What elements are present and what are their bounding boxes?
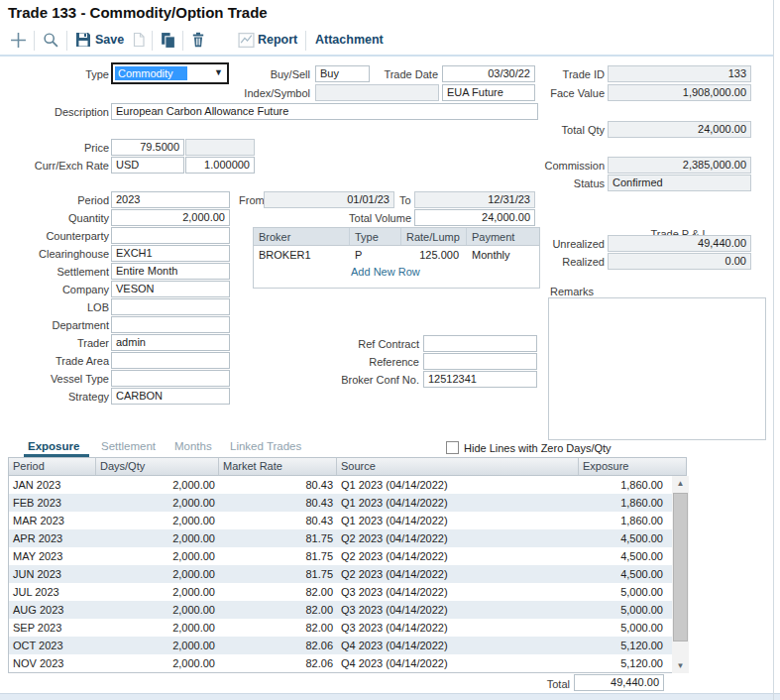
column-header[interactable]: Rate/Lump <box>401 228 467 245</box>
add-new-row-link[interactable]: Add New Row <box>351 266 420 278</box>
table-cell: Q4 2023 (04/14/2022) <box>337 637 579 654</box>
total-volume-field[interactable]: 24,000.00 <box>414 209 535 226</box>
currency-field[interactable]: USD <box>111 157 184 174</box>
exch-rate-field[interactable]: 1.000000 <box>185 157 255 174</box>
counterparty-field[interactable] <box>111 227 230 244</box>
settlement-field[interactable]: Entire Month <box>111 263 230 280</box>
table-cell: Q3 2023 (04/14/2022) <box>337 583 579 601</box>
table-cell: 2,000.00 <box>96 654 219 672</box>
exposure-table-body: JAN 20232,000.0080.43Q1 2023 (04/14/2022… <box>9 476 686 672</box>
table-row[interactable]: JUL 20232,000.0082.00Q3 2023 (04/14/2022… <box>9 583 686 601</box>
broker-conf-no-field[interactable]: 12512341 <box>423 371 537 388</box>
vessel-type-field[interactable] <box>111 370 230 387</box>
column-header[interactable]: Days/Qty <box>96 458 219 475</box>
table-row[interactable]: OCT 20232,000.0082.06Q4 2023 (04/14/2022… <box>9 637 686 654</box>
hide-zero-checkbox-label: Hide Lines with Zero Days/Qty <box>464 442 612 454</box>
table-row[interactable]: FEB 20232,000.0080.43Q1 2023 (04/14/2022… <box>9 494 686 512</box>
save-button[interactable]: Save <box>95 33 124 47</box>
clearinghouse-label: Clearinghouse <box>14 248 109 261</box>
column-header[interactable]: Market Rate <box>219 458 337 475</box>
table-cell: 2,000.00 <box>96 565 219 583</box>
trade-date-field[interactable]: 03/30/22 <box>442 65 535 82</box>
column-header[interactable]: Source <box>337 458 579 475</box>
tab-linked-trades[interactable]: Linked Trades <box>230 440 301 452</box>
trade-id-field: 133 <box>608 65 751 82</box>
tab-months[interactable]: Months <box>174 440 212 452</box>
lob-label: LOB <box>30 301 109 314</box>
save-icon <box>75 32 91 48</box>
buy-sell-field[interactable]: Buy <box>315 65 370 82</box>
table-cell: 5,120.00 <box>579 654 671 672</box>
add-button[interactable] <box>10 32 27 49</box>
settlement-label: Settlement <box>30 266 109 279</box>
table-row[interactable]: APR 20232,000.0081.75Q2 2023 (04/14/2022… <box>9 529 686 547</box>
table-row[interactable]: JAN 20232,000.0080.43Q1 2023 (04/14/2022… <box>9 476 686 494</box>
table-row[interactable]: JUN 20232,000.0081.75Q2 2023 (04/14/2022… <box>9 565 686 583</box>
table-cell: 82.06 <box>219 637 337 654</box>
quantity-field[interactable]: 2,000.00 <box>111 209 230 226</box>
trader-label: Trader <box>30 337 109 350</box>
table-cell: 1,860.00 <box>579 512 671 529</box>
quantity-label: Quantity <box>30 212 109 225</box>
table-cell: 5,000.00 <box>579 583 671 601</box>
report-button[interactable]: Report <box>258 33 297 47</box>
save-button-icon[interactable] <box>75 32 92 49</box>
table-cell: 80.43 <box>219 476 337 494</box>
table-cell: SEP 2023 <box>9 619 96 637</box>
broker-table-row[interactable]: BROKER1P125.000Monthly <box>254 246 539 264</box>
table-cell: MAY 2023 <box>9 547 96 565</box>
table-row[interactable]: MAY 20232,000.0081.75Q2 2023 (04/14/2022… <box>9 547 686 565</box>
table-cell: Q1 2023 (04/14/2022) <box>337 512 579 529</box>
table-cell: 4,500.00 <box>579 565 671 583</box>
period-field[interactable]: 2023 <box>111 191 230 208</box>
description-field[interactable]: European Carbon Allowance Future <box>111 103 538 120</box>
toolbar-divider <box>0 55 774 57</box>
remarks-textarea[interactable] <box>548 297 766 440</box>
reference-field[interactable] <box>423 353 537 370</box>
column-header[interactable]: Broker <box>254 228 350 245</box>
department-field[interactable] <box>111 316 230 333</box>
table-cell: 81.75 <box>219 547 337 565</box>
column-header[interactable]: Period <box>9 458 96 475</box>
company-field[interactable]: VESON <box>111 281 230 297</box>
price-field[interactable]: 79.5000 <box>111 139 184 156</box>
total-volume-label: Total Volume <box>340 212 411 225</box>
table-cell: 80.43 <box>219 512 337 529</box>
table-cell: 80.43 <box>219 494 337 512</box>
type-select[interactable]: Commodity ▼ <box>111 62 229 84</box>
attachment-button[interactable]: Attachment <box>315 33 384 47</box>
ref-contract-field[interactable] <box>423 335 537 352</box>
to-field: 12/31/23 <box>414 191 535 208</box>
hide-zero-checkbox[interactable] <box>446 441 459 454</box>
strategy-field[interactable]: CARBON <box>111 388 230 405</box>
trader-field[interactable]: admin <box>111 334 230 351</box>
column-header[interactable]: Type <box>350 228 401 245</box>
index-symbol-name-field[interactable]: EUA Future <box>442 84 535 101</box>
tab-settlement[interactable]: Settlement <box>101 440 156 452</box>
scroll-down-icon[interactable]: ▼ <box>672 658 689 673</box>
scrollbar-thumb[interactable] <box>673 493 688 642</box>
to-label: To <box>399 194 413 207</box>
table-row[interactable]: NOV 20232,000.0082.06Q4 2023 (04/14/2022… <box>9 654 686 672</box>
table-scrollbar[interactable]: ▲ ▼ <box>672 476 689 673</box>
trade-area-field[interactable] <box>111 352 230 369</box>
search-button[interactable] <box>43 32 59 49</box>
scroll-up-icon[interactable]: ▲ <box>672 476 689 491</box>
table-cell: JUN 2023 <box>9 565 96 583</box>
clearinghouse-field[interactable]: EXCH1 <box>111 245 230 262</box>
table-row[interactable]: MAR 20232,000.0080.43Q1 2023 (04/14/2022… <box>9 512 686 529</box>
new-document-button[interactable] <box>131 32 148 49</box>
column-header[interactable]: Payment <box>467 228 539 245</box>
table-row[interactable]: AUG 20232,000.0082.00Q3 2023 (04/14/2022… <box>9 601 686 619</box>
table-cell: 81.75 <box>219 529 337 547</box>
tab-exposure[interactable]: Exposure <box>28 440 79 452</box>
vessel-type-label: Vessel Type <box>28 373 109 386</box>
lob-field[interactable] <box>111 298 230 315</box>
table-row[interactable]: SEP 20232,000.0082.00Q3 2023 (04/14/2022… <box>9 619 686 637</box>
type-label: Type <box>30 68 109 81</box>
report-button-icon[interactable] <box>238 32 255 49</box>
delete-button[interactable] <box>190 32 207 49</box>
table-cell: 2,000.00 <box>96 512 219 529</box>
copy-button[interactable] <box>160 32 176 49</box>
column-header[interactable]: Exposure <box>579 458 671 475</box>
